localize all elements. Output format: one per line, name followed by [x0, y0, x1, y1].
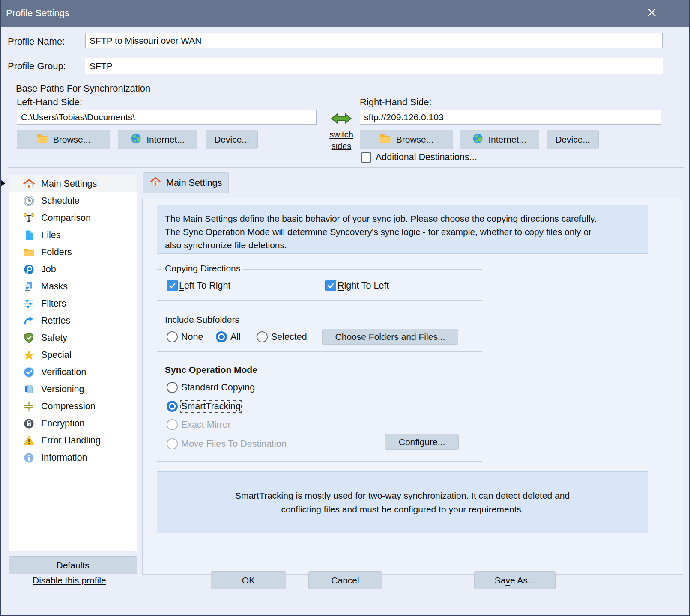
checkbox-checked-icon [325, 280, 336, 291]
profile-group-input[interactable] [85, 58, 663, 74]
special-star-icon [23, 349, 35, 361]
cancel-button[interactable]: Cancel [308, 571, 382, 589]
left-to-right-checkbox[interactable]: Left To Right [167, 280, 230, 291]
switch-sides-link-line1[interactable]: switch [329, 129, 353, 140]
profile-settings-dialog: Profile Settings Profile Name: Profile G… [0, 0, 690, 616]
tab-strip-divider [142, 171, 684, 171]
left-device-button[interactable]: Device... [206, 130, 258, 149]
checkbox-unchecked-icon [361, 152, 371, 163]
sidebar-item-special[interactable]: Special [9, 346, 137, 363]
configure-button[interactable]: Configure... [385, 434, 459, 450]
home-icon [150, 176, 161, 189]
left-hand-side-label: Left-Hand Side: [17, 97, 82, 108]
radio-standard-copying[interactable]: Standard Copying [167, 382, 255, 393]
profile-group-label: Profile Group: [8, 61, 66, 72]
radio-off-disabled-icon [167, 419, 178, 430]
left-path-input[interactable] [17, 110, 317, 125]
radio-move-files-to-destination: Move Files To Destination [167, 438, 287, 449]
profile-name-input[interactable] [85, 33, 663, 48]
save-as-button[interactable]: Save As... [474, 571, 556, 589]
defaults-button[interactable]: Defaults [9, 556, 137, 574]
radio-smarttracking[interactable]: SmartTracking [167, 401, 241, 412]
globe-icon [472, 133, 483, 146]
home-icon [23, 178, 35, 190]
right-device-button[interactable]: Device... [547, 130, 599, 149]
ok-button[interactable]: OK [211, 571, 286, 589]
tab-main-settings[interactable]: Main Settings [143, 172, 229, 193]
masks-documents-icon [23, 281, 35, 292]
left-browse-button[interactable]: Browse... [17, 130, 110, 149]
encryption-lock-icon [23, 418, 35, 429]
sidebar-item-error-handling[interactable]: Error Handling [9, 432, 137, 449]
smarttracking-note-box: SmartTracking is mostly used for two-way… [157, 471, 648, 533]
sync-operation-mode-group: Sync Operation Mode Standard Copying Sma… [157, 371, 482, 462]
intro-text: The Main Settings define the basic behav… [165, 214, 597, 250]
radio-subfolders-all[interactable]: All [216, 331, 241, 342]
folder-icon [36, 134, 48, 146]
include-subfolders-group: Include Subfolders None All Selected Cho… [157, 321, 482, 352]
safety-shield-icon [23, 332, 35, 344]
close-icon [645, 6, 658, 21]
smarttracking-note-text: SmartTracking is mostly used for two-way… [229, 489, 576, 516]
window-title: Profile Settings [6, 8, 69, 19]
clock-icon [23, 195, 35, 207]
right-path-input[interactable] [360, 110, 661, 125]
additional-destinations-checkbox[interactable]: Additional Destinations... [361, 152, 477, 163]
file-icon [23, 229, 35, 241]
copying-directions-title: Copying Directions [162, 263, 243, 274]
sidebar-item-verification[interactable]: Verification [9, 363, 137, 381]
sidebar-item-filters[interactable]: Filters [9, 295, 137, 312]
radio-off-disabled-icon [167, 438, 178, 449]
copying-directions-group: Copying Directions Left To Right Right T… [157, 269, 482, 301]
sidebar-item-folders[interactable]: Folders [9, 244, 137, 261]
radio-subfolders-selected[interactable]: Selected [257, 331, 307, 342]
compression-icon [23, 401, 35, 412]
sidebar-item-information[interactable]: Information [9, 449, 137, 466]
profile-name-label: Profile Name: [8, 36, 65, 47]
sidebar-item-masks[interactable]: Masks [9, 278, 137, 295]
filters-sliders-icon [23, 298, 35, 309]
radio-subfolders-none[interactable]: None [167, 331, 203, 342]
base-paths-group-title: Base Paths For Synchronization [13, 83, 153, 94]
right-hand-side-label: Right-Hand Side: [360, 97, 432, 108]
base-paths-group: Base Paths For Synchronization Left-Hand… [8, 89, 684, 168]
right-to-left-checkbox[interactable]: Right To Left [325, 280, 389, 291]
radio-off-icon [257, 331, 268, 342]
close-button[interactable] [643, 5, 661, 21]
switch-sides-control[interactable]: switch sides [324, 110, 358, 152]
sidebar-item-compression[interactable]: Compression [9, 398, 137, 415]
comparison-scale-icon [23, 212, 35, 224]
sidebar-item-schedule[interactable]: Schedule [9, 192, 137, 209]
sidebar-item-job[interactable]: Job [9, 261, 137, 278]
tab-label: Main Settings [166, 178, 222, 188]
choose-folders-and-files-button[interactable]: Choose Folders and Files... [322, 329, 458, 345]
sidebar-item-retries[interactable]: Retries [9, 312, 137, 329]
main-settings-intro-box: The Main Settings define the basic behav… [157, 205, 648, 254]
radio-on-icon [167, 401, 178, 412]
right-browse-button[interactable]: Browse... [360, 130, 453, 149]
radio-on-icon [216, 331, 227, 342]
disable-this-profile-link[interactable]: Disable this profile [33, 575, 106, 586]
title-bar: Profile Settings [1, 0, 689, 27]
folder-icon [23, 247, 35, 258]
radio-exact-mirror: Exact Mirror [167, 419, 231, 430]
switch-sides-link-line2[interactable]: sides [332, 140, 352, 152]
folder-icon [379, 134, 391, 146]
sidebar-item-main-settings[interactable]: Main Settings [9, 175, 137, 192]
sidebar-item-comparison[interactable]: Comparison [9, 209, 137, 226]
sidebar-item-files[interactable]: Files [9, 226, 137, 244]
settings-category-list: Main Settings Schedule Comparison Files … [9, 175, 137, 551]
include-subfolders-title: Include Subfolders [162, 315, 242, 325]
retry-arrow-icon [23, 315, 35, 327]
sidebar-item-versioning[interactable]: Versioning [9, 381, 137, 398]
sidebar-item-safety[interactable]: Safety [9, 329, 137, 346]
left-internet-button[interactable]: Internet... [118, 130, 197, 149]
switch-sides-arrows-icon [331, 110, 352, 129]
sidebar-item-encryption[interactable]: Encryption [9, 415, 137, 432]
versioning-copies-icon [23, 384, 35, 395]
right-internet-button[interactable]: Internet... [460, 130, 539, 149]
checkbox-checked-icon [167, 280, 178, 291]
verification-check-icon [23, 366, 35, 378]
radio-off-icon [167, 382, 178, 393]
error-warning-icon [23, 435, 35, 446]
